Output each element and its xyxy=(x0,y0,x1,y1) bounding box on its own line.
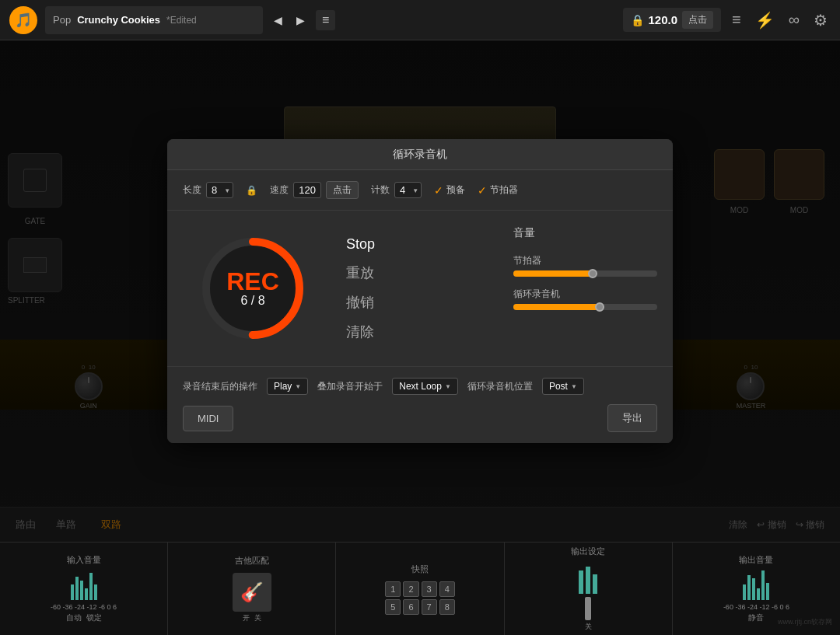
prev-button[interactable]: ◀ xyxy=(271,12,285,28)
metronome-vol-track[interactable] xyxy=(513,270,657,277)
tempo-lock-icon: 🔒 xyxy=(246,185,257,196)
menu-button[interactable]: ≡ xyxy=(316,10,335,30)
guitar-match-title: 吉他匹配 xyxy=(235,555,269,567)
settings-icon[interactable]: ⚙ xyxy=(810,9,831,31)
tap-tempo-button[interactable]: 点击 xyxy=(682,11,713,29)
length-label: 长度 xyxy=(183,183,201,197)
looper-vol-thumb xyxy=(595,302,604,312)
dialog-overlay: 循环录音机 长度 8 🔒 速度 120 点击 计数 xyxy=(0,40,840,542)
metronome-check-icon: ✓ xyxy=(478,184,487,197)
output-settings-title: 输出设定 xyxy=(571,546,605,557)
track-info: Pop Crunchy Cookies *Edited xyxy=(45,6,263,34)
prep-check-icon: ✓ xyxy=(434,184,443,197)
output-settings-section: 输出设定 关 xyxy=(505,543,673,635)
track-edited: *Edited xyxy=(166,15,197,26)
midi-button[interactable]: MIDI xyxy=(183,406,233,431)
next-button[interactable]: ▶ xyxy=(293,12,308,28)
snapshot-4[interactable]: 4 xyxy=(439,581,455,597)
tempo-label: 速度 xyxy=(270,183,289,197)
snapshot-7[interactable]: 7 xyxy=(422,599,437,615)
count-label: 计数 xyxy=(371,183,390,197)
dialog-controls-row: 长度 8 🔒 速度 120 点击 计数 4 xyxy=(167,170,673,211)
snapshots-title: 快照 xyxy=(411,563,429,575)
command-list: Stop 重放 撤销 清除 xyxy=(346,226,490,351)
dialog-title: 循环录音机 xyxy=(393,148,447,160)
overlay-dropdown[interactable]: Next Loop xyxy=(392,378,458,395)
action-value: Play xyxy=(274,381,292,392)
metronome-check[interactable]: ✓ 节拍器 xyxy=(478,183,518,197)
tuner-icon[interactable]: ⚡ xyxy=(752,9,778,31)
snapshot-8[interactable]: 8 xyxy=(439,599,455,615)
output-vol-title: 输出音量 xyxy=(739,554,773,566)
overlay-label: 叠加录音开始于 xyxy=(317,380,383,393)
snapshot-5[interactable]: 5 xyxy=(385,599,401,615)
dialog-tap-button[interactable]: 点击 xyxy=(326,181,359,199)
bpm-value: 120.0 xyxy=(649,13,678,26)
dialog-header: 循环录音机 xyxy=(167,139,673,170)
snapshot-3[interactable]: 3 xyxy=(422,581,437,597)
clear-command[interactable]: 清除 xyxy=(346,319,490,344)
looper-vol-fill xyxy=(513,304,600,310)
metronome-volume: 节拍器 xyxy=(513,254,657,277)
prep-label: 预备 xyxy=(446,183,465,197)
count-dropdown-wrap: 4 xyxy=(394,182,422,198)
track-name: Crunchy Cookies xyxy=(77,14,160,26)
metronome-vol-fill xyxy=(513,270,593,277)
playback-command[interactable]: 重放 xyxy=(346,260,490,285)
volume-section: 音量 节拍器 循环录音机 xyxy=(513,226,657,351)
circle-inner: REC 6 / 8 xyxy=(226,269,279,308)
top-right-controls: 🔒 120.0 点击 ≡ ⚡ ∞ ⚙ xyxy=(623,8,831,32)
input-vol-title: 输入音量 xyxy=(67,554,101,566)
rec-label: REC xyxy=(226,269,279,294)
circle-recorder: REC 6 / 8 xyxy=(194,230,311,347)
tempo-control: 速度 120 点击 xyxy=(270,181,359,199)
top-bar: 🎵 Pop Crunchy Cookies *Edited ◀ ▶ ≡ 🔒 12… xyxy=(0,0,840,40)
position-label: 循环录音机位置 xyxy=(467,380,533,393)
looper-vol-label: 循环录音机 xyxy=(513,288,657,301)
score-icon[interactable]: ≡ xyxy=(729,9,744,30)
looper-vol-track[interactable] xyxy=(513,304,657,310)
metronome-label: 节拍器 xyxy=(490,183,518,197)
metronome-vol-thumb xyxy=(588,269,597,278)
loop-icon[interactable]: ∞ xyxy=(786,9,803,30)
length-dropdown[interactable]: 8 xyxy=(206,182,233,198)
snapshot-1[interactable]: 1 xyxy=(385,581,401,597)
undo-command[interactable]: 撤销 xyxy=(346,290,490,315)
dialog-main-content: REC 6 / 8 Stop 重放 撤销 清除 音量 节拍器 xyxy=(167,211,673,366)
output-volume-section: 输出音量 -60 -36 -24 -12 -6 0 6 静音 www.rjtj.… xyxy=(673,543,840,635)
guitar-match-section: 吉他匹配 🎸 开 关 xyxy=(168,543,336,635)
snapshot-2[interactable]: 2 xyxy=(403,581,418,597)
track-genre: Pop xyxy=(53,14,71,26)
dialog-bottom: 录音结束后的操作 Play 叠加录音开始于 Next Loop 循环录音机位置 … xyxy=(167,366,673,443)
metronome-vol-label: 节拍器 xyxy=(513,254,657,267)
action-dropdown[interactable]: Play xyxy=(267,378,308,395)
after-rec-label: 录音结束后的操作 xyxy=(183,380,257,393)
lock-icon: 🔒 xyxy=(631,14,644,26)
position-dropdown[interactable]: Post xyxy=(542,378,584,395)
length-dropdown-wrap: 8 xyxy=(206,182,233,198)
count-control: 计数 4 xyxy=(371,182,422,198)
position-value: Post xyxy=(549,381,568,392)
main-area: 69 Plexiglas 45 GATE SPLITTER MOD MOD 路由… xyxy=(0,40,840,542)
count-dropdown[interactable]: 4 xyxy=(394,182,422,198)
rec-counter: 6 / 8 xyxy=(226,294,279,308)
volume-title: 音量 xyxy=(513,226,657,240)
loop-recorder-dialog: 循环录音机 长度 8 🔒 速度 120 点击 计数 xyxy=(167,139,673,443)
dialog-button-row: MIDI 导出 xyxy=(183,404,657,432)
recorder-circle-area: REC 6 / 8 xyxy=(183,226,323,351)
input-volume-section: 输入音量 -60 -36 -24 -12 -6 0 6 自动 锁定 xyxy=(0,543,168,635)
app-logo: 🎵 xyxy=(9,6,37,34)
bottom-panel: 输入音量 -60 -36 -24 -12 -6 0 6 自动 锁定 吉他匹配 🎸… xyxy=(0,542,840,635)
length-control: 长度 8 xyxy=(183,182,233,198)
overlay-value: Next Loop xyxy=(399,381,442,392)
tempo-value: 120 xyxy=(293,182,321,198)
snapshot-6[interactable]: 6 xyxy=(403,599,418,615)
snapshots-section: 快照 1 2 3 4 5 6 7 8 xyxy=(336,543,504,635)
looper-volume: 循环录音机 xyxy=(513,288,657,310)
export-button[interactable]: 导出 xyxy=(607,404,657,432)
after-rec-row: 录音结束后的操作 Play 叠加录音开始于 Next Loop 循环录音机位置 … xyxy=(183,378,657,395)
bpm-display: 🔒 120.0 点击 xyxy=(623,8,722,32)
stop-command[interactable]: Stop xyxy=(346,233,490,256)
prep-check[interactable]: ✓ 预备 xyxy=(434,183,465,197)
watermark: www.rjtj.cn软存网 xyxy=(778,617,832,627)
